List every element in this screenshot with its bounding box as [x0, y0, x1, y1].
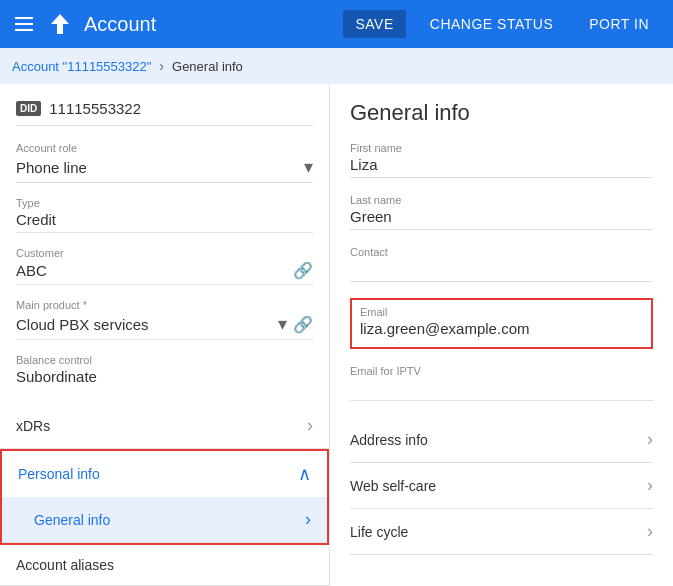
menu-icon[interactable] [12, 12, 36, 36]
balance-control-value: Subordinate [16, 368, 313, 389]
last-name-field: Last name Green [350, 194, 653, 230]
email-field: Email liza.green@example.com [350, 298, 653, 349]
balance-control-label: Balance control [16, 354, 313, 366]
email-label: Email [360, 306, 643, 318]
svg-rect-2 [15, 29, 33, 31]
main-content: DID 11115553322 Account role Phone line … [0, 84, 673, 586]
account-role-label: Account role [16, 142, 313, 154]
last-name-value[interactable]: Green [350, 208, 653, 230]
svg-marker-3 [51, 14, 69, 34]
did-row: DID 11115553322 [16, 100, 313, 126]
customer-label: Customer [16, 247, 313, 259]
save-button[interactable]: SAVE [343, 10, 405, 38]
type-field: Type Credit [16, 197, 313, 233]
main-product-field: Main product * Cloud PBX services ▾ 🔗 [16, 299, 313, 340]
email-iptv-field: Email for IPTV [350, 365, 653, 401]
email-iptv-label: Email for IPTV [350, 365, 653, 377]
account-role-value[interactable]: Phone line ▾ [16, 156, 313, 183]
contact-value[interactable] [350, 260, 653, 282]
section-title: General info [350, 100, 653, 126]
main-product-link-icon[interactable]: 🔗 [293, 315, 313, 334]
address-info-nav-item[interactable]: Address info › [350, 417, 653, 463]
general-info-chevron-icon: › [305, 509, 311, 530]
first-name-label: First name [350, 142, 653, 154]
personal-info-section: Personal info ∧ General info › [0, 449, 329, 545]
change-status-button[interactable]: CHANGE STATUS [418, 10, 565, 38]
personal-info-nav-item[interactable]: Personal info ∧ [2, 451, 327, 497]
customer-field: Customer ABC 🔗 [16, 247, 313, 285]
balance-control-field: Balance control Subordinate [16, 354, 313, 389]
email-iptv-value[interactable] [350, 379, 653, 401]
type-label: Type [16, 197, 313, 209]
breadcrumb-current: General info [172, 59, 243, 74]
contact-field: Contact [350, 246, 653, 282]
type-value: Credit [16, 211, 313, 233]
svg-rect-1 [15, 23, 33, 25]
port-in-button[interactable]: PORT IN [577, 10, 661, 38]
breadcrumb-link[interactable]: Account "11115553322" [12, 59, 151, 74]
personal-info-chevron-icon: ∧ [298, 463, 311, 485]
last-name-label: Last name [350, 194, 653, 206]
account-role-dropdown-icon[interactable]: ▾ [304, 156, 313, 178]
customer-link-icon[interactable]: 🔗 [293, 261, 313, 280]
xdrs-nav-item[interactable]: xDRs › [0, 403, 329, 449]
did-value: 11115553322 [49, 100, 141, 117]
contact-label: Contact [350, 246, 653, 258]
account-role-field: Account role Phone line ▾ [16, 142, 313, 183]
page-title: Account [84, 13, 331, 36]
life-cycle-nav-item[interactable]: Life cycle › [350, 509, 653, 555]
main-product-label: Main product * [16, 299, 313, 311]
account-aliases-nav-item[interactable]: Account aliases [0, 545, 329, 586]
main-product-dropdown-icon[interactable]: ▾ [278, 313, 287, 335]
first-name-field: First name Liza [350, 142, 653, 178]
main-product-value[interactable]: Cloud PBX services ▾ 🔗 [16, 313, 313, 340]
customer-value: ABC 🔗 [16, 261, 313, 285]
email-value[interactable]: liza.green@example.com [360, 320, 643, 341]
web-self-care-nav-item[interactable]: Web self-care › [350, 463, 653, 509]
back-icon[interactable] [48, 12, 72, 36]
header: Account SAVE CHANGE STATUS PORT IN [0, 0, 673, 48]
web-self-care-chevron-icon: › [647, 475, 653, 496]
left-panel: DID 11115553322 Account role Phone line … [0, 84, 330, 586]
first-name-value[interactable]: Liza [350, 156, 653, 178]
breadcrumb: Account "11115553322" › General info [0, 48, 673, 84]
right-panel: General info First name Liza Last name G… [330, 84, 673, 586]
did-badge: DID [16, 101, 41, 116]
life-cycle-chevron-icon: › [647, 521, 653, 542]
address-info-chevron-icon: › [647, 429, 653, 450]
svg-rect-0 [15, 17, 33, 19]
left-form: DID 11115553322 Account role Phone line … [0, 84, 329, 389]
xdrs-chevron-icon: › [307, 415, 313, 436]
breadcrumb-separator: › [159, 58, 164, 74]
general-info-sub-item[interactable]: General info › [2, 497, 327, 543]
